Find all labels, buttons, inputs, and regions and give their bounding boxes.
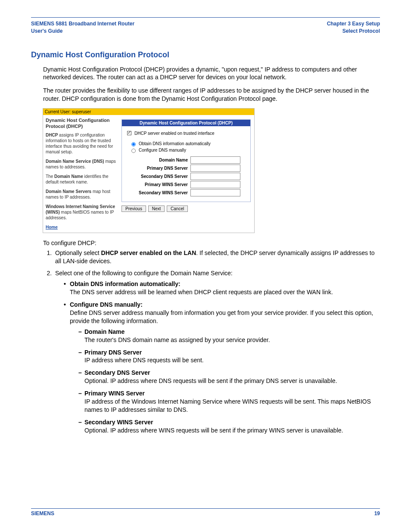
secondary-dns-input[interactable] — [190, 173, 240, 180]
previous-button[interactable]: Previous — [121, 205, 146, 212]
section-para-2: The router provides the flexibility to u… — [43, 87, 380, 103]
footer-brand: SIEMENS — [31, 510, 54, 516]
sidebar-help-text: Dynamic Host Configuration Protocol (DHC… — [43, 115, 121, 233]
dhcp-enabled-checkbox[interactable] — [127, 131, 131, 135]
footer-rule — [31, 508, 380, 509]
current-user-bar: Current User: superuser — [43, 109, 254, 115]
step-bold: DHCP server enabled on the LAN — [101, 249, 196, 256]
bullet-obtain-dns: Obtain DNS information automatically: Th… — [64, 280, 380, 296]
header-rule — [31, 17, 380, 18]
dhcp-enabled-label: DHCP server enabled on trusted interface — [134, 131, 214, 136]
dash-secondary-wins: Secondary WINS Server Optional. IP addre… — [78, 418, 380, 435]
section-title: Dynamic Host Configuration Protocol — [31, 50, 380, 59]
domain-name-input[interactable] — [190, 156, 240, 164]
secondary-dns-label: Secondary DNS Server — [125, 174, 190, 179]
bullet-title: Configure DNS manually: — [70, 301, 143, 308]
dash-title: Primary WINS Server — [84, 390, 145, 397]
primary-wins-label: Primary WINS Server — [125, 182, 190, 187]
primary-wins-input[interactable] — [190, 181, 240, 188]
sidebar-term-dhcp: DHCP — [46, 133, 58, 137]
dash-secondary-dns: Secondary DNS Server Optional. IP addres… — [78, 369, 380, 385]
bullet-body: The DNS server address will be learned w… — [70, 289, 333, 296]
sidebar-term-dns-servers: Domain Name Servers — [46, 189, 91, 194]
sidebar-text: The — [46, 174, 54, 179]
dash-body: Optional. IP address where WINS requests… — [84, 427, 343, 434]
dash-body: IP address where DNS requests will be se… — [84, 357, 204, 364]
bullet-title: Obtain DNS information automatically: — [70, 280, 181, 287]
header-right: Chapter 3 Easy Setup Select Protocol — [327, 20, 380, 35]
bullet-configure-dns: Configure DNS manually: Define DNS serve… — [64, 301, 380, 434]
step-2: Select one of the following to configure… — [53, 269, 380, 434]
steps-list: Optionally select DHCP server enabled on… — [43, 249, 380, 435]
dns-auto-label: Obtain DNS information automatically — [139, 141, 211, 146]
step-text: Optionally select — [55, 249, 101, 256]
sidebar-title: Dynamic Host Configuration Protocol (DHC… — [46, 117, 117, 130]
dash-primary-dns: Primary DNS Server IP address where DNS … — [78, 348, 380, 365]
dash-title: Secondary DNS Server — [84, 369, 150, 376]
step-1: Optionally select DHCP server enabled on… — [53, 249, 380, 265]
dhcp-panel: Dynamic Host Configuration Protocol (DHC… — [121, 119, 251, 202]
header-right-line1: Chapter 3 Easy Setup — [327, 20, 380, 28]
dash-primary-wins: Primary WINS Server IP address of the Wi… — [78, 389, 380, 414]
section-para-1: Dynamic Host Configuration Protocol (DHC… — [43, 65, 380, 82]
dash-body: IP address of the Windows Internet Namin… — [84, 398, 371, 413]
sidebar-term-domain: Domain Name — [54, 174, 83, 179]
primary-dns-label: Primary DNS Server — [125, 166, 190, 171]
dash-domain-name: Domain Name The router's DNS domain name… — [78, 328, 380, 344]
dash-title: Primary DNS Server — [84, 349, 142, 356]
dash-title: Domain Name — [84, 328, 125, 335]
header-right-line2: Select Protocol — [327, 28, 380, 35]
page-footer: SIEMENS 19 — [31, 508, 380, 516]
page-header: SIEMENS 5881 Broadband Internet Router U… — [31, 20, 380, 35]
domain-name-label: Domain Name — [125, 158, 190, 162]
dash-body: Optional. IP address where DNS requests … — [84, 377, 337, 384]
step-text: Select one of the following to configure… — [55, 270, 233, 277]
sidebar-term-dns: Domain Name Service (DNS) — [46, 159, 104, 164]
secondary-wins-input[interactable] — [190, 189, 240, 196]
secondary-wins-label: Secondary WINS Server — [125, 190, 190, 195]
dhcp-panel-title: Dynamic Host Configuration Protocol (DHC… — [122, 120, 250, 126]
header-left: SIEMENS 5881 Broadband Internet Router U… — [31, 20, 134, 35]
dash-body: The router's DNS domain name as assigned… — [84, 336, 270, 343]
header-left-line1: SIEMENS 5881 Broadband Internet Router — [31, 20, 134, 28]
dash-title: Secondary WINS Server — [84, 419, 153, 426]
cancel-button[interactable]: Cancel — [167, 205, 188, 212]
home-link[interactable]: Home — [46, 225, 58, 230]
dhcp-config-screenshot: Current User: superuser Dynamic Host Con… — [43, 108, 255, 233]
footer-page-number: 19 — [374, 510, 380, 516]
dns-manual-label: Configure DNS manually — [139, 148, 186, 152]
dns-manual-radio[interactable] — [131, 149, 136, 153]
header-left-line2: User's Guide — [31, 28, 134, 35]
next-button[interactable]: Next — [148, 205, 165, 212]
primary-dns-input[interactable] — [190, 165, 240, 172]
instructions-intro: To configure DHCP: — [43, 239, 380, 247]
dns-auto-radio[interactable] — [131, 142, 136, 146]
bullet-body: Define DNS server address manually from … — [70, 309, 373, 324]
